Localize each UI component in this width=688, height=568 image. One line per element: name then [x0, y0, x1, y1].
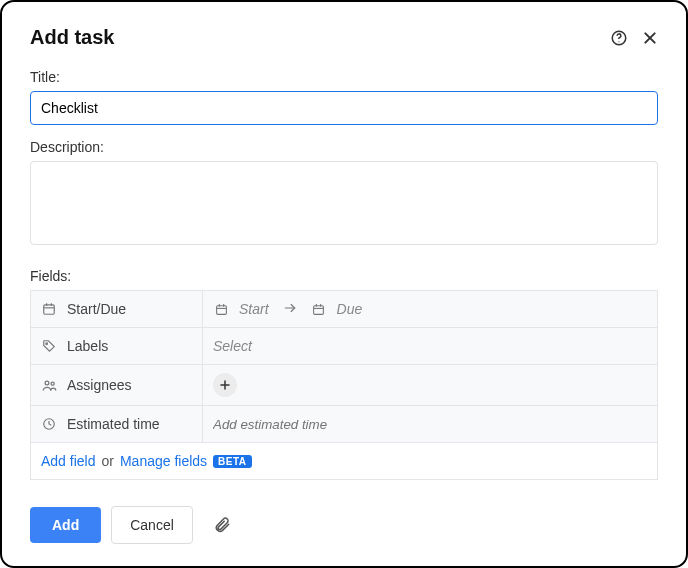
description-field-block: Description:	[30, 139, 658, 248]
field-label-assignees: Assignees	[31, 365, 203, 405]
fields-label: Fields:	[30, 268, 658, 284]
add-button[interactable]: Add	[30, 507, 101, 543]
field-label-estimated: Estimated time	[31, 406, 203, 442]
svg-rect-4	[44, 305, 55, 314]
start-placeholder: Start	[239, 301, 269, 317]
svg-point-18	[45, 381, 49, 385]
header-actions	[610, 29, 658, 47]
arrow-right-icon	[283, 301, 297, 318]
title-input[interactable]	[30, 91, 658, 125]
labels-placeholder: Select	[213, 338, 252, 354]
description-input[interactable]	[30, 161, 658, 245]
assignees-label-text: Assignees	[67, 377, 132, 393]
dialog-footer: Add Cancel	[30, 506, 658, 544]
tag-icon	[41, 338, 57, 354]
title-label: Title:	[30, 69, 658, 85]
fields-table: Start/Due Start Due	[30, 290, 658, 480]
svg-rect-13	[314, 305, 324, 314]
title-field-block: Title:	[30, 69, 658, 125]
svg-point-17	[46, 343, 48, 345]
beta-badge: BETA	[213, 455, 251, 468]
labels-label-text: Labels	[67, 338, 108, 354]
calendar-icon	[41, 301, 57, 317]
clock-icon	[41, 416, 57, 432]
manage-fields-link[interactable]: Manage fields	[120, 453, 207, 469]
fields-section: Fields: Start/Due Start	[30, 268, 658, 480]
cancel-button[interactable]: Cancel	[111, 506, 193, 544]
add-assignee-button[interactable]	[213, 373, 237, 397]
dialog-title: Add task	[30, 26, 114, 49]
svg-point-19	[51, 382, 54, 385]
field-row-labels: Labels Select	[31, 328, 657, 365]
field-row-start-due: Start/Due Start Due	[31, 291, 657, 328]
add-task-dialog: Add task Title: Description: Fields:	[0, 0, 688, 568]
svg-point-1	[618, 41, 619, 42]
svg-rect-8	[216, 305, 226, 314]
paperclip-icon[interactable]	[213, 516, 231, 534]
add-field-row: Add field or Manage fields BETA	[31, 443, 657, 479]
field-label-start-due: Start/Due	[31, 291, 203, 327]
estimated-time-input[interactable]	[213, 417, 647, 432]
calendar-icon	[213, 301, 229, 317]
add-field-link[interactable]: Add field	[41, 453, 95, 469]
description-label: Description:	[30, 139, 658, 155]
due-placeholder: Due	[337, 301, 363, 317]
dialog-header: Add task	[30, 26, 658, 49]
start-due-label-text: Start/Due	[67, 301, 126, 317]
field-value-estimated[interactable]	[203, 406, 657, 442]
or-text: or	[101, 453, 113, 469]
calendar-icon	[311, 301, 327, 317]
field-value-start-due[interactable]: Start Due	[203, 291, 657, 327]
field-value-labels[interactable]: Select	[203, 328, 657, 364]
field-row-estimated-time: Estimated time	[31, 406, 657, 443]
field-label-labels: Labels	[31, 328, 203, 364]
estimated-label-text: Estimated time	[67, 416, 160, 432]
help-icon[interactable]	[610, 29, 628, 47]
people-icon	[41, 377, 57, 393]
close-icon[interactable]	[642, 30, 658, 46]
field-row-assignees: Assignees	[31, 365, 657, 406]
field-value-assignees	[203, 365, 657, 405]
